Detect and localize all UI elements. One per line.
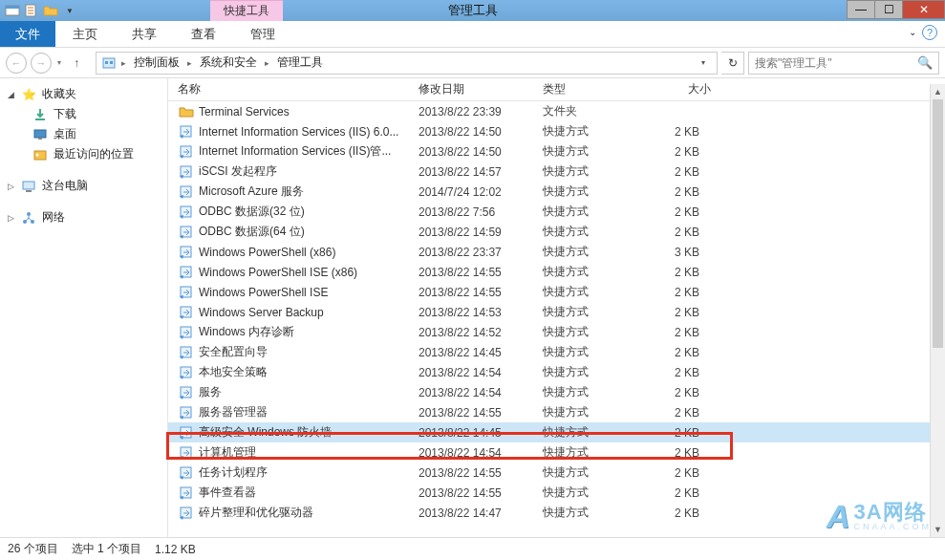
file-row[interactable]: 服务器管理器2013/8/22 14:55快捷方式2 KB [168, 402, 945, 422]
maximize-button[interactable]: ☐ [874, 0, 903, 19]
col-type-header[interactable]: 类型 [543, 81, 652, 97]
breadcrumb-seg-0[interactable]: 控制面板 [130, 54, 183, 71]
chevron-right-icon[interactable]: ▸ [119, 58, 128, 68]
file-row[interactable]: Windows PowerShell ISE2013/8/22 14:55快捷方… [168, 282, 945, 302]
column-headers: 名称 修改日期 类型 大小 [168, 78, 945, 101]
breadcrumb-seg-1[interactable]: 系统和安全 [196, 54, 261, 71]
sidebar-favorites[interactable]: ◢ ⭐ 收藏夹 [0, 84, 167, 104]
qat-properties-icon[interactable] [23, 2, 40, 19]
file-name: Internet Information Services (IIS) 6.0.… [199, 125, 419, 139]
shortcut-icon [178, 506, 195, 521]
refresh-button[interactable]: ↻ [721, 52, 744, 75]
scroll-up-icon[interactable]: ▲ [931, 84, 945, 99]
file-size: 2 KB [652, 466, 719, 480]
file-row[interactable]: 碎片整理和优化驱动器2013/8/22 14:47快捷方式2 KB [168, 503, 945, 523]
sidebar-item-recent[interactable]: 最近访问的位置 [0, 144, 167, 164]
chevron-right-icon[interactable]: ▷ [8, 182, 15, 191]
file-date: 2013/8/22 14:55 [419, 266, 543, 279]
file-size: 2 KB [652, 446, 719, 460]
chevron-right-icon[interactable]: ▸ [185, 58, 194, 68]
file-type: 快捷方式 [543, 143, 652, 160]
file-row[interactable]: Microsoft Azure 服务2014/7/24 12:02快捷方式2 K… [168, 182, 945, 202]
sidebar-label: 网络 [42, 209, 65, 226]
qat-newfolder-icon[interactable] [42, 2, 59, 19]
shortcut-icon [178, 305, 195, 320]
nav-sidebar: ◢ ⭐ 收藏夹 下载 桌面 最近访问的位置 ▷ 这台电脑 [0, 78, 168, 537]
file-row[interactable]: 事件查看器2013/8/22 14:55快捷方式2 KB [168, 483, 945, 503]
history-dropdown-icon[interactable]: ▾ [55, 58, 63, 67]
file-row[interactable]: Windows PowerShell (x86)2013/8/22 23:37快… [168, 242, 945, 262]
sidebar-item-downloads[interactable]: 下载 [0, 104, 167, 124]
file-size: 2 KB [652, 366, 719, 379]
location-icon [100, 54, 118, 72]
window-titlebar: ▼ 快捷工具 管理工具 — ☐ ✕ [0, 0, 945, 21]
up-button[interactable]: ↑ [67, 54, 86, 73]
search-icon[interactable]: 🔍 [917, 55, 933, 70]
file-date: 2013/8/22 14:50 [419, 125, 543, 139]
file-type: 快捷方式 [543, 464, 652, 481]
svg-rect-5 [110, 61, 113, 64]
status-bar: 26 个项目 选中 1 个项目 1.12 KB [0, 537, 945, 560]
breadcrumb[interactable]: ▸ 控制面板 ▸ 系统和安全 ▸ 管理工具 ▾ [96, 52, 718, 75]
vertical-scrollbar[interactable]: ▲ ▼ [930, 84, 945, 537]
file-row[interactable]: 本地安全策略2013/8/22 14:54快捷方式2 KB [168, 362, 945, 382]
file-listing[interactable]: Terminal Services2013/8/22 23:39文件夹Inter… [168, 101, 945, 537]
back-button[interactable]: ← [6, 53, 27, 74]
file-row[interactable]: ODBC 数据源(64 位)2013/8/22 14:59快捷方式2 KB [168, 222, 945, 242]
svg-rect-12 [26, 190, 32, 192]
file-row[interactable]: 任务计划程序2013/8/22 14:55快捷方式2 KB [168, 463, 945, 483]
context-tab[interactable]: 快捷工具 [210, 0, 283, 21]
file-row[interactable]: 计算机管理2013/8/22 14:54快捷方式2 KB [168, 442, 945, 463]
help-icon[interactable]: ? [922, 25, 937, 40]
file-name: Windows 内存诊断 [199, 324, 419, 340]
search-input[interactable] [755, 56, 917, 70]
search-box[interactable]: 🔍 [748, 52, 939, 75]
col-size-header[interactable]: 大小 [652, 81, 719, 97]
address-dropdown-icon[interactable]: ▾ [694, 58, 713, 67]
forward-button[interactable]: → [31, 53, 52, 74]
file-row[interactable]: 高级安全 Windows 防火墙2013/8/22 14:45快捷方式2 KB [168, 422, 945, 442]
scroll-down-icon[interactable]: ▼ [931, 522, 945, 537]
file-row[interactable]: iSCSI 发起程序2013/8/22 14:57快捷方式2 KB [168, 162, 945, 182]
tab-home[interactable]: 主页 [55, 21, 115, 47]
file-tab[interactable]: 文件 [0, 21, 55, 47]
svg-point-10 [36, 153, 39, 156]
scroll-thumb[interactable] [933, 99, 943, 348]
breadcrumb-seg-2[interactable]: 管理工具 [273, 54, 327, 71]
chevron-right-icon[interactable]: ▸ [263, 58, 271, 68]
file-row[interactable]: Windows Server Backup2013/8/22 14:53快捷方式… [168, 302, 945, 322]
file-size: 2 KB [652, 125, 719, 139]
minimize-button[interactable]: — [847, 0, 875, 19]
sidebar-item-desktop[interactable]: 桌面 [0, 124, 167, 144]
file-type: 快捷方式 [543, 505, 652, 521]
expand-ribbon-icon[interactable]: ⌄ [909, 27, 916, 37]
folder-icon [178, 104, 195, 119]
file-row[interactable]: 服务2013/8/22 14:54快捷方式2 KB [168, 382, 945, 402]
shortcut-icon [178, 465, 195, 481]
close-button[interactable]: ✕ [902, 0, 945, 19]
file-row[interactable]: Terminal Services2013/8/22 23:39文件夹 [168, 101, 945, 121]
file-row[interactable]: 安全配置向导2013/8/22 14:45快捷方式2 KB [168, 342, 945, 362]
col-name-header[interactable]: 名称 [178, 81, 419, 97]
chevron-right-icon[interactable]: ▷ [8, 213, 15, 223]
sidebar-network[interactable]: ▷ 网络 [0, 207, 167, 227]
sidebar-computer[interactable]: ▷ 这台电脑 [0, 176, 167, 196]
sidebar-item-label: 最近访问的位置 [54, 146, 134, 162]
file-row[interactable]: Internet Information Services (IIS)管...2… [168, 141, 945, 162]
file-name: ODBC 数据源(32 位) [199, 204, 419, 220]
file-date: 2013/8/22 23:37 [419, 246, 543, 259]
file-type: 快捷方式 [543, 404, 652, 420]
file-row[interactable]: Windows PowerShell ISE (x86)2013/8/22 14… [168, 262, 945, 282]
col-date-header[interactable]: 修改日期 [419, 81, 543, 97]
tab-manage[interactable]: 管理 [233, 21, 292, 47]
file-row[interactable]: Windows 内存诊断2013/8/22 14:52快捷方式2 KB [168, 322, 945, 342]
tab-share[interactable]: 共享 [115, 21, 174, 47]
file-row[interactable]: Internet Information Services (IIS) 6.0.… [168, 121, 945, 141]
qat-dropdown-icon[interactable]: ▼ [61, 2, 78, 19]
file-name: ODBC 数据源(64 位) [199, 224, 419, 240]
file-name: 本地安全策略 [199, 364, 419, 380]
shortcut-icon [178, 184, 195, 200]
file-row[interactable]: ODBC 数据源(32 位)2013/8/22 7:56快捷方式2 KB [168, 202, 945, 222]
chevron-down-icon[interactable]: ◢ [8, 90, 15, 99]
tab-view[interactable]: 查看 [174, 21, 233, 47]
